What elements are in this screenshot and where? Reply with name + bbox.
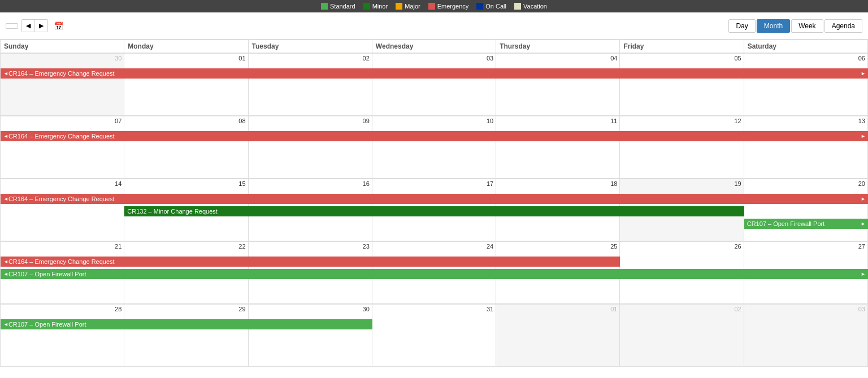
- toolbar-left: ◀ ▶ 📅: [6, 19, 69, 32]
- event-label: CR164 – Emergency Change Request: [8, 195, 115, 202]
- next-button[interactable]: ▶: [34, 20, 47, 32]
- day-cell-20[interactable]: 20: [744, 179, 868, 241]
- day-cell-14[interactable]: 14: [1, 179, 124, 241]
- arrow-right-icon: ►: [861, 196, 866, 202]
- day-number: 25: [496, 242, 619, 251]
- day-cell-06[interactable]: 06: [744, 54, 868, 116]
- event-label: CR164 – Emergency Change Request: [8, 133, 115, 140]
- week-row-1: 07080910111213◄ CR164 – Emergency Change…: [0, 116, 868, 179]
- day-number: 13: [744, 116, 867, 125]
- day-number: 23: [249, 242, 372, 251]
- legend-label-vacation: Vacation: [523, 3, 547, 10]
- event-bar-cr164-–-emergency-change-request[interactable]: ◄ CR164 – Emergency Change Request ►: [1, 194, 868, 204]
- day-cell-11[interactable]: 11: [496, 116, 620, 179]
- day-cell-03[interactable]: 03: [372, 54, 496, 116]
- day-cell-01[interactable]: 01: [124, 54, 248, 116]
- day-cell-30[interactable]: 30: [1, 54, 124, 116]
- event-label: CR164 – Emergency Change Request: [8, 258, 115, 265]
- day-cell-13[interactable]: 13: [744, 116, 868, 179]
- legend-color-standard: [321, 3, 328, 10]
- day-cell-12[interactable]: 12: [620, 116, 744, 179]
- event-bar-cr107-–-open-firewall-port[interactable]: ◄ CR107 – Open Firewall Port ►: [1, 269, 868, 279]
- day-number: 17: [372, 179, 496, 188]
- day-cell-04[interactable]: 04: [496, 54, 620, 116]
- day-number: 19: [620, 179, 743, 188]
- event-label: CR107 – Open Firewall Port: [8, 321, 86, 328]
- day-number: 16: [249, 179, 372, 188]
- day-cell-29[interactable]: 29: [124, 305, 248, 367]
- day-number: 09: [249, 116, 372, 125]
- week-view-button[interactable]: Week: [791, 19, 823, 33]
- arrow-left-icon: ◄: [3, 196, 8, 202]
- day-cell-08[interactable]: 08: [124, 116, 248, 179]
- arrow-left-icon: ◄: [3, 133, 8, 139]
- day-headers: SundayMondayTuesdayWednesdayThursdayFrid…: [0, 40, 868, 53]
- week-row-3: 21222324252627◄ CR164 – Emergency Change…: [0, 241, 868, 304]
- event-bar-cr164-–-emergency-change-request[interactable]: ◄ CR164 – Emergency Change Request ►: [1, 131, 868, 141]
- event-bar-cr107-–-open-firewall-port[interactable]: ◄ CR107 – Open Firewall Port: [1, 319, 372, 329]
- day-number: 21: [1, 242, 124, 251]
- day-cell-02[interactable]: 02: [249, 54, 372, 116]
- legend-color-major: [396, 3, 402, 10]
- month-view-button[interactable]: Month: [757, 19, 790, 33]
- day-number: 14: [1, 179, 124, 188]
- legend-label-minor: Minor: [372, 3, 388, 10]
- day-header-friday: Friday: [620, 40, 744, 53]
- day-cell-10[interactable]: 10: [372, 116, 496, 179]
- legend-color-vacation: [514, 3, 521, 10]
- day-cell-09[interactable]: 09: [249, 116, 372, 179]
- arrow-left-icon: ◄: [3, 71, 8, 76]
- day-number: 05: [620, 54, 743, 63]
- legend-label-major: Major: [405, 3, 420, 10]
- day-number: 20: [744, 179, 867, 188]
- calendar-container: SundayMondayTuesdayWednesdayThursdayFrid…: [0, 40, 868, 378]
- day-cell-03[interactable]: 03: [744, 305, 868, 367]
- event-bar-cr164-–-emergency-change-request[interactable]: ◄ CR164 – Emergency Change Request ►: [1, 68, 868, 79]
- legend-label-on call: On Call: [485, 3, 506, 10]
- arrow-left-icon: ◄: [3, 321, 8, 327]
- day-number: 04: [496, 54, 619, 63]
- arrow-right-icon: ►: [861, 271, 866, 277]
- today-button[interactable]: [6, 23, 18, 29]
- day-view-button[interactable]: Day: [728, 19, 755, 33]
- arrow-left-icon: ◄: [3, 259, 8, 264]
- arrow-right-icon: ►: [861, 71, 866, 76]
- week-row-2: 14151617181920◄ CR164 – Emergency Change…: [0, 179, 868, 241]
- day-number: 11: [496, 116, 619, 125]
- day-cell-30[interactable]: 30: [249, 305, 372, 367]
- day-header-thursday: Thursday: [496, 40, 620, 53]
- day-header-tuesday: Tuesday: [249, 40, 372, 53]
- day-cell-01[interactable]: 01: [496, 305, 620, 367]
- nav-arrows: ◀ ▶: [21, 19, 48, 32]
- view-switcher: Day Month Week Agenda: [728, 19, 862, 33]
- event-bar-cr107-–-open-firewall-port[interactable]: CR107 – Open Firewall Port ►: [744, 219, 868, 229]
- day-header-saturday: Saturday: [744, 40, 868, 53]
- day-number: 03: [744, 305, 867, 314]
- legend-item-minor: Minor: [363, 3, 388, 10]
- day-cell-07[interactable]: 07: [1, 116, 124, 179]
- legend-color-on call: [476, 3, 483, 10]
- day-number: 02: [249, 54, 372, 63]
- prev-button[interactable]: ◀: [22, 20, 34, 32]
- day-number: 29: [124, 305, 248, 314]
- arrow-right-icon: ►: [861, 221, 866, 227]
- event-label: CR107 – Open Firewall Port: [8, 271, 86, 277]
- agenda-view-button[interactable]: Agenda: [824, 19, 862, 33]
- day-cell-31[interactable]: 31: [372, 305, 496, 367]
- day-cell-05[interactable]: 05: [620, 54, 744, 116]
- event-label: CR164 – Emergency Change Request: [8, 70, 115, 77]
- legend-bar: StandardMinorMajorEmergencyOn CallVacati…: [0, 0, 868, 12]
- day-number: 18: [496, 179, 619, 188]
- day-number: 30: [1, 54, 124, 63]
- day-number: 10: [372, 116, 496, 125]
- legend-label-emergency: Emergency: [437, 3, 469, 10]
- day-number: 12: [620, 116, 743, 125]
- event-bar-cr164-–-emergency-change-request[interactable]: ◄ CR164 – Emergency Change Request: [1, 257, 620, 267]
- legend-color-minor: [363, 3, 370, 10]
- legend-item-on call: On Call: [476, 3, 506, 10]
- event-label: CR132 – Minor Change Request: [127, 208, 218, 215]
- event-bar-cr132-–-minor-change-request[interactable]: CR132 – Minor Change Request: [124, 206, 744, 216]
- day-cell-28[interactable]: 28: [1, 305, 124, 367]
- day-cell-02[interactable]: 02: [620, 305, 744, 367]
- day-header-sunday: Sunday: [1, 40, 124, 53]
